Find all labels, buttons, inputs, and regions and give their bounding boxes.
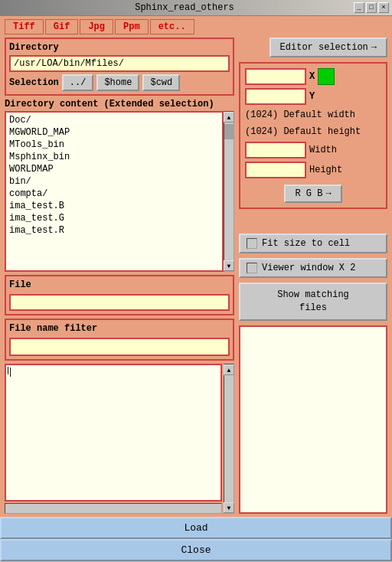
show-matching-button[interactable]: Show matching files [239,283,387,321]
height-row: Height [245,162,381,178]
green-indicator [318,68,335,85]
viewer-checkbox[interactable] [247,263,257,273]
editor-selection-button[interactable]: Editor selection → [270,38,387,57]
width-input[interactable] [245,142,306,158]
list-item[interactable]: MGWORLD_MAP [9,126,219,139]
y-label: Y [309,91,315,102]
x-row: X [245,68,381,85]
list-item[interactable]: Doc/ [9,114,219,126]
viewer-label: Viewer window X 2 [262,263,355,273]
selection-row: Selection ../ $home $cwd [9,74,230,91]
filter-input[interactable] [9,338,230,356]
width-row: Width [245,142,381,158]
xy-section: X Y (1024) Default width (1024) Default … [239,62,387,209]
tab-jpg[interactable]: Jpg [80,19,113,34]
rgb-button[interactable]: R G B → [284,185,341,203]
scroll-up-arrow-2[interactable]: ▲ [224,364,234,375]
dir-content-list[interactable]: Doc/ MGWORLD_MAP MTools_bin Msphinx_bin … [5,111,224,272]
list-item[interactable]: bin/ [9,175,219,188]
bottom-scrollbar[interactable]: ▲ ▼ [224,364,234,514]
bottom-text-area: | [5,364,222,502]
y-row: Y [245,88,381,105]
tab-bar: Tiff Gif Jpg Ppm etc.. [0,16,392,34]
width-label: Width [309,145,337,155]
parent-dir-button[interactable]: ../ [62,74,94,91]
dir-content-label: Directory content (Extended selection) [5,99,234,109]
right-bottom-area [239,325,387,514]
list-item[interactable]: Msphinx_bin [9,151,219,163]
fit-size-checkbox[interactable] [247,238,257,249]
y-input[interactable] [245,88,306,105]
close-window-button[interactable]: × [378,2,389,13]
list-item[interactable]: MTools_bin [9,139,219,151]
load-button[interactable]: Load [0,517,392,539]
filter-section: File name filter [5,319,234,361]
editor-selection-label: Editor selection [280,42,368,53]
fit-size-label: Fit size to cell [262,238,350,249]
close-button[interactable]: Close [0,539,392,561]
list-item[interactable]: WORLDMAP [9,163,219,175]
show-matching-line1: Show matching [277,289,349,300]
cwd-button[interactable]: $cwd [142,74,180,91]
rgb-label: R G B [295,188,322,199]
title-bar: Sphinx_read_others _ □ × [0,0,392,16]
file-section: File [5,275,234,315]
maximize-button[interactable]: □ [366,2,377,13]
height-input[interactable] [245,162,306,178]
left-panel: Directory Selection ../ $home $cwd Direc… [5,38,234,514]
minimize-button[interactable]: _ [354,2,364,13]
tab-ppm[interactable]: Ppm [115,19,149,34]
h-scroll-area [5,503,222,514]
x-input[interactable] [245,68,306,85]
list-item[interactable]: ima_test.G [9,212,219,224]
x-label: X [309,71,315,82]
list-item[interactable]: ima_test.B [9,200,219,212]
footer: Load Close [0,517,392,561]
tab-etc[interactable]: etc.. [150,19,194,34]
filter-label: File name filter [9,323,230,334]
fit-size-button[interactable]: Fit size to cell [239,234,387,253]
bottom-area-container: | ▲ ▼ [5,364,234,514]
directory-section: Directory Selection ../ $home $cwd [5,38,234,96]
list-item[interactable]: ima_test.R [9,224,219,237]
h-scrollbar[interactable] [5,503,222,514]
scroll-down-arrow[interactable]: ▼ [224,260,234,271]
default-height-label: (1024) Default height [245,125,381,139]
list-item[interactable]: compta/ [9,188,219,200]
main-container: Tiff Gif Jpg Ppm etc.. Directory Selecti… [0,16,392,561]
default-width-label: (1024) Default width [245,108,381,122]
dir-list-scrollbar[interactable]: ▲ ▼ [224,111,234,272]
selection-label: Selection [9,74,59,91]
dir-content-section: Directory content (Extended selection) D… [5,99,234,272]
tab-tiff[interactable]: Tiff [5,19,44,34]
editor-selection-arrow: → [371,42,377,53]
window-title: Sphinx_read_others [15,2,354,13]
viewer-window-button[interactable]: Viewer window X 2 [239,258,387,278]
rgb-arrow: → [325,188,331,199]
scroll-up-arrow[interactable]: ▲ [224,112,234,123]
height-label: Height [309,165,342,175]
file-label: File [9,279,230,290]
scroll-thumb[interactable] [224,124,234,139]
tab-gif[interactable]: Gif [45,19,79,34]
file-input[interactable] [9,294,230,311]
directory-input[interactable] [9,55,230,72]
home-button[interactable]: $home [96,74,139,91]
show-matching-line2: files [299,302,327,313]
directory-label: Directory [9,42,230,53]
right-panel: Editor selection → X Y (1024) Default wi… [239,38,387,514]
content-area: Directory Selection ../ $home $cwd Direc… [0,34,392,517]
scroll-down-arrow-2[interactable]: ▼ [224,502,234,513]
